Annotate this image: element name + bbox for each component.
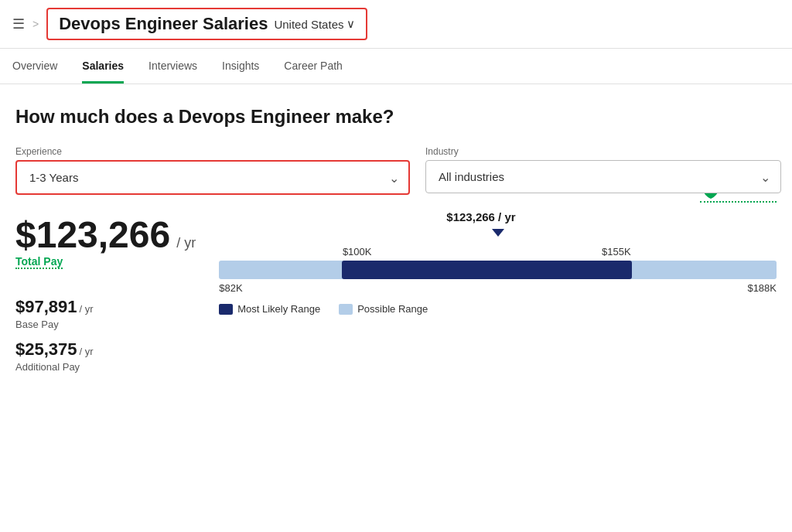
total-pay-row: $123,266 / yr [15, 217, 196, 254]
salary-bar [219, 261, 777, 279]
nav-tabs: Overview Salaries Interviews Insights Ca… [0, 49, 792, 84]
legend-possible-color [339, 304, 353, 315]
tab-overview[interactable]: Overview [12, 49, 57, 84]
top-bar: ☰ > Devops Engineer Salaries United Stat… [0, 0, 792, 49]
base-pay-per-year: / yr [80, 303, 94, 315]
legend-likely-color [219, 304, 233, 315]
legend-possible: Possible Range [339, 303, 428, 315]
left-pay-section: $123,266 / yr Total Pay $97,891 / yr Bas… [15, 217, 196, 373]
base-pay-amount: $97,891 [15, 297, 77, 317]
tab-interviews[interactable]: Interviews [148, 49, 197, 84]
hamburger-icon[interactable]: ☰ [12, 15, 25, 32]
chart-range-labels: $100K $155K [219, 246, 777, 257]
tab-insights[interactable]: Insights [222, 49, 259, 84]
base-pay-label: Base Pay [15, 319, 196, 330]
industry-select[interactable]: All industries Technology Finance Health… [425, 160, 781, 193]
tab-career-path[interactable]: Career Path [284, 49, 342, 84]
location-selector[interactable]: United States ∨ [274, 17, 355, 31]
additional-pay-label: Additional Pay [15, 361, 196, 373]
chart-range-high: $155K [602, 246, 631, 257]
legend-likely-label: Most Likely Range [237, 303, 320, 315]
tab-salaries[interactable]: Salaries [82, 49, 124, 84]
location-label: United States [274, 18, 343, 31]
base-pay-item: $97,891 / yr Base Pay [15, 297, 196, 330]
legend-likely: Most Likely Range [219, 303, 320, 315]
main-content: How much does a Devops Engineer make? Ex… [0, 84, 792, 388]
additional-pay-per-year: / yr [80, 346, 94, 357]
page-title: Devops Engineer Salaries [59, 14, 268, 34]
experience-select-wrapper[interactable]: Less than 1 Year 1-3 Years 4-6 Years 7-9… [15, 160, 410, 195]
filters-row: Experience Less than 1 Year 1-3 Years 4-… [15, 146, 777, 195]
bar-end-labels: $82K $188K [219, 282, 777, 294]
location-chevron-icon: ∨ [346, 17, 355, 31]
experience-label: Experience [15, 146, 410, 157]
industry-label: Industry [425, 146, 781, 157]
breadcrumb-arrow: > [32, 18, 39, 30]
likely-range-bar [342, 261, 632, 279]
chart-marker-value: $123,266 / yr [446, 210, 515, 223]
experience-select[interactable]: Less than 1 Year 1-3 Years 4-6 Years 7-9… [15, 160, 410, 195]
chart-marker-area: $123,266 / yr [219, 210, 777, 244]
bar-low-label: $82K [219, 282, 242, 294]
additional-pay-amount: $25,375 [15, 339, 77, 360]
title-box: Devops Engineer Salaries United States ∨ [46, 8, 367, 40]
experience-filter-group: Experience Less than 1 Year 1-3 Years 4-… [15, 146, 410, 195]
total-pay-per-year: / yr [176, 235, 196, 251]
salary-content: $123,266 / yr Total Pay $97,891 / yr Bas… [15, 217, 777, 373]
chart-legend: Most Likely Range Possible Range [219, 303, 777, 315]
main-heading: How much does a Devops Engineer make? [15, 106, 777, 128]
chart-range-low: $100K [343, 246, 372, 257]
chart-marker-arrow-icon [492, 229, 504, 237]
bar-high-label: $188K [747, 282, 777, 294]
total-pay-amount: $123,266 [15, 217, 170, 254]
industry-filter-group: Industry All industries Technology Finan… [425, 146, 781, 195]
legend-possible-label: Possible Range [357, 303, 428, 315]
chart-section: Confident $123,266 / yr $100K $155K $82K [196, 217, 777, 315]
additional-pay-item: $25,375 / yr Additional Pay [15, 339, 196, 373]
total-pay-label: Total Pay [15, 255, 63, 269]
industry-select-wrapper[interactable]: All industries Technology Finance Health… [425, 160, 781, 193]
